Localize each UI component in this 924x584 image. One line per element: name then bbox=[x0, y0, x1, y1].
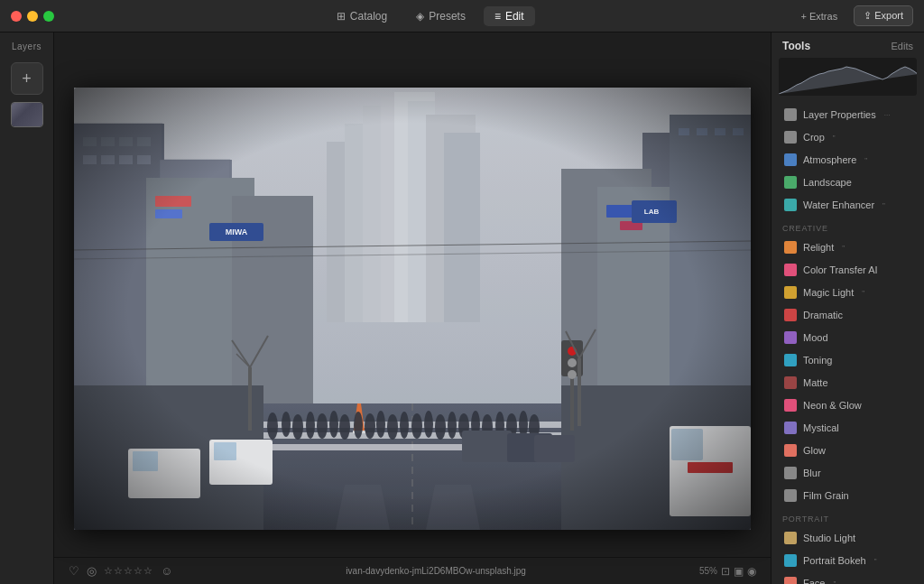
tool-label: Landscape bbox=[803, 177, 852, 188]
close-button[interactable] bbox=[11, 11, 22, 22]
tool-label: Color Transfer AI bbox=[803, 264, 878, 275]
edit-icon: ≡ bbox=[494, 10, 501, 23]
tool-icon bbox=[784, 153, 797, 166]
tool-badge: " bbox=[882, 201, 885, 209]
tool-item-mystical[interactable]: Mystical bbox=[775, 417, 920, 439]
layer-thumb-image bbox=[12, 103, 42, 126]
minimize-button[interactable] bbox=[27, 11, 38, 22]
tool-badge: " bbox=[864, 156, 867, 164]
tool-item-toning[interactable]: Toning bbox=[775, 349, 920, 371]
tool-label: Neon & Glow bbox=[803, 400, 862, 411]
tool-icon bbox=[784, 241, 797, 254]
tool-item-layer-properties[interactable]: Layer Properties··· bbox=[775, 104, 920, 125]
tool-item-relight[interactable]: Relight" bbox=[775, 236, 920, 258]
tool-item-landscape[interactable]: Landscape bbox=[775, 171, 920, 193]
tool-item-glow[interactable]: Glow bbox=[775, 440, 920, 461]
tool-label: Water Enhancer bbox=[803, 199, 874, 210]
export-button[interactable]: ⇪ Export bbox=[854, 5, 913, 26]
view-icon-1[interactable]: ⊡ bbox=[721, 565, 730, 578]
tool-icon bbox=[784, 577, 797, 584]
tab-catalog-label: Catalog bbox=[350, 10, 387, 23]
tool-item-atmosphere[interactable]: Atmosphere" bbox=[775, 149, 920, 171]
tab-presets-label: Presets bbox=[429, 10, 466, 23]
nav-tabs: ⊞ Catalog ◈ Presets ≡ Edit bbox=[69, 6, 791, 26]
creative-list: Relight"Color Transfer AIMagic Light"Dra… bbox=[772, 236, 924, 507]
panel-header: Tools Edits bbox=[772, 32, 924, 58]
right-panel: Tools Edits Layer Properties···Crop"Atmo… bbox=[771, 32, 924, 584]
tool-item-portrait-bokeh[interactable]: Portrait Bokeh" bbox=[775, 550, 920, 571]
tool-item-mood[interactable]: Mood bbox=[775, 327, 920, 348]
tool-item-face[interactable]: Face" bbox=[775, 572, 920, 584]
star-rating[interactable]: ☆☆☆☆☆ bbox=[104, 565, 153, 577]
portrait-list: Studio LightPortrait Bokeh"Face"Skin"Bod… bbox=[772, 526, 924, 584]
tab-catalog[interactable]: ⊞ Catalog bbox=[326, 6, 398, 26]
tool-icon bbox=[784, 264, 797, 276]
tool-label: Studio Light bbox=[803, 533, 855, 543]
tool-label: Matte bbox=[803, 377, 828, 388]
tool-icon bbox=[784, 422, 797, 434]
tool-label: Layer Properties bbox=[803, 109, 876, 120]
add-layer-button[interactable]: + bbox=[11, 62, 43, 95]
extras-button[interactable]: + Extras bbox=[791, 7, 846, 25]
tool-item-water-enhancer[interactable]: Water Enhancer" bbox=[775, 194, 920, 216]
tool-item-film-grain[interactable]: Film Grain bbox=[775, 485, 920, 506]
tool-badge: " bbox=[862, 289, 864, 297]
bottom-bar: ♡ ◎ ☆☆☆☆☆ ☺ ivan-davydenko-jmLi2D6MBOw-u… bbox=[54, 557, 771, 584]
titlebar: ⊞ Catalog ◈ Presets ≡ Edit + Extras ⇪ Ex… bbox=[0, 0, 924, 32]
presets-icon: ◈ bbox=[416, 10, 424, 23]
view-icon-2[interactable]: ▣ bbox=[734, 565, 744, 578]
zoom-level[interactable]: 55% bbox=[699, 566, 717, 576]
portrait-section-label: Portrait bbox=[772, 507, 924, 526]
eye-icon[interactable]: ◉ bbox=[747, 565, 756, 578]
tool-item-crop[interactable]: Crop" bbox=[775, 126, 920, 148]
traffic-lights bbox=[11, 11, 54, 22]
circle-icon[interactable]: ◎ bbox=[87, 564, 97, 578]
svg-rect-98 bbox=[74, 88, 751, 530]
layer-thumbnail[interactable] bbox=[11, 102, 43, 127]
heart-icon[interactable]: ♡ bbox=[69, 564, 79, 578]
tool-label: Film Grain bbox=[803, 490, 849, 501]
tool-item-color-transfer-ai[interactable]: Color Transfer AI bbox=[775, 259, 920, 281]
edits-label[interactable]: Edits bbox=[892, 41, 913, 51]
tool-label: Atmosphere bbox=[803, 154, 856, 165]
tool-label: Toning bbox=[803, 355, 832, 366]
canvas-area: LAB bbox=[54, 32, 771, 584]
tool-label: Face bbox=[803, 578, 825, 584]
tool-label: Dramatic bbox=[803, 310, 843, 320]
tool-label: Magic Light bbox=[803, 287, 854, 298]
tool-item-studio-light[interactable]: Studio Light bbox=[775, 527, 920, 549]
main-layout: Layers + bbox=[0, 32, 924, 584]
tab-edit[interactable]: ≡ Edit bbox=[484, 6, 535, 26]
tools-title: Tools bbox=[782, 40, 810, 52]
tool-icon bbox=[784, 176, 797, 189]
tool-icon bbox=[784, 467, 797, 479]
creative-section-label: Creative bbox=[772, 217, 924, 236]
tool-label: Mood bbox=[803, 332, 828, 343]
zoom-controls: 55% ⊡ ▣ ◉ bbox=[699, 565, 756, 578]
tool-icon bbox=[784, 554, 797, 567]
tool-icon bbox=[784, 108, 797, 121]
tab-presets[interactable]: ◈ Presets bbox=[405, 6, 476, 26]
tool-icon bbox=[784, 376, 797, 389]
tool-label: Blur bbox=[803, 468, 821, 478]
histogram bbox=[779, 58, 917, 96]
tool-icon bbox=[784, 354, 797, 366]
tool-item-blur[interactable]: Blur bbox=[775, 462, 920, 484]
tool-icon bbox=[784, 444, 797, 457]
tool-badge: ··· bbox=[884, 111, 891, 119]
tool-label: Portrait Bokeh bbox=[803, 555, 866, 566]
tool-label: Crop bbox=[803, 132, 825, 143]
tool-badge: " bbox=[833, 579, 836, 585]
tool-icon bbox=[784, 331, 797, 344]
tool-label: Relight bbox=[803, 242, 834, 253]
tool-item-matte[interactable]: Matte bbox=[775, 372, 920, 394]
tool-item-magic-light[interactable]: Magic Light" bbox=[775, 282, 920, 303]
tool-icon bbox=[784, 131, 797, 144]
smiley-icon[interactable]: ☺ bbox=[161, 564, 172, 578]
tool-item-dramatic[interactable]: Dramatic bbox=[775, 304, 920, 326]
left-sidebar: Layers + bbox=[0, 32, 54, 584]
maximize-button[interactable] bbox=[43, 11, 54, 22]
tool-item-neon-&-glow[interactable]: Neon & Glow bbox=[775, 394, 920, 416]
tool-icon bbox=[784, 199, 797, 211]
catalog-icon: ⊞ bbox=[337, 10, 346, 23]
